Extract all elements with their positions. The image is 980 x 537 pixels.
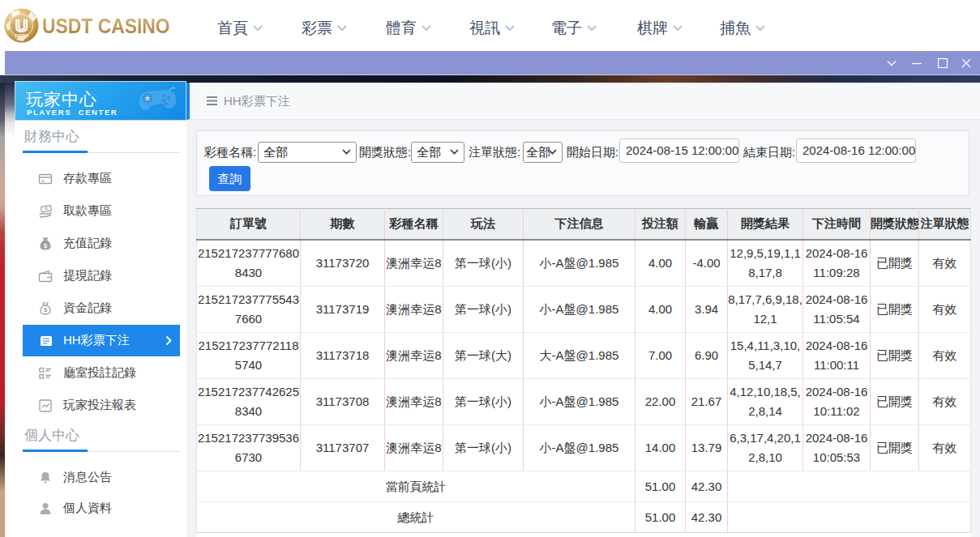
svg-text:$: $ bbox=[44, 306, 48, 313]
svg-text:$: $ bbox=[44, 242, 48, 249]
svg-text:U: U bbox=[15, 16, 28, 35]
svg-text:CASINO: CASINO bbox=[15, 34, 29, 38]
